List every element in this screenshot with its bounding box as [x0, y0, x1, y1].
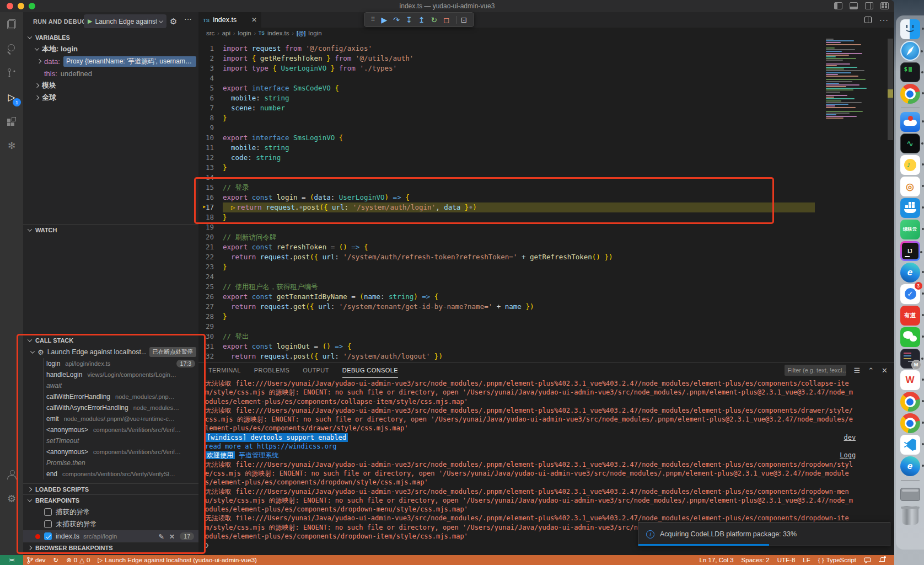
call-stack-frame[interactable]: setTimeout — [23, 435, 198, 446]
console-filter-input[interactable]: Filter (e.g. text, !excl… — [785, 365, 846, 376]
variables-row[interactable]: 全球 — [23, 92, 198, 104]
call-stack-frame[interactable]: emitnode_modules/.pnpm/@vue+runtime-c… — [23, 413, 198, 424]
remove-breakpoint-icon[interactable]: ✕ — [169, 532, 175, 541]
dock-item-marktext[interactable] — [900, 349, 920, 369]
console-source-link[interactable]: devtools:15 — [844, 433, 856, 442]
code-editor[interactable]: 1import request from '@/config/axios'2im… — [198, 39, 894, 362]
dock-item-lvlian-cloud[interactable]: 绿联云 — [900, 220, 920, 239]
toggle-panel-icon[interactable] — [850, 2, 858, 9]
line-number[interactable]: 16 — [198, 193, 223, 202]
breakpoints-header[interactable]: BREAKPOINTS — [23, 495, 198, 506]
dock-item-vscode[interactable] — [900, 435, 920, 455]
notifications-button[interactable] — [875, 555, 889, 565]
call-stack-frame[interactable]: handleLoginviews/Login/components/Login… — [23, 369, 198, 380]
code-line[interactable]: 3import type { UserLoginVO } from './typ… — [198, 63, 815, 73]
breakpoint-checkbox[interactable] — [44, 532, 52, 540]
browser-breakpoints-header[interactable]: BROWSER BREAKPOINTS — [23, 542, 198, 553]
line-number[interactable]: 19 — [198, 222, 223, 232]
close-window-button[interactable] — [7, 3, 13, 9]
line-number[interactable]: 21 — [198, 242, 223, 252]
dock-item-youdao[interactable]: 有道 — [900, 306, 920, 326]
call-stack-header[interactable]: CALL STACK — [23, 335, 198, 346]
console-source-link[interactable]: Logger.ts:70 — [840, 451, 856, 460]
screencast-button[interactable]: ⊡ — [456, 16, 468, 24]
breadcrumb-item[interactable]: login — [308, 30, 321, 36]
variables-row[interactable]: 模块 — [23, 79, 198, 92]
call-stack-frame[interactable]: callWithErrorHandlingnode_modules/.pnp… — [23, 391, 198, 402]
breakpoint-checkbox[interactable] — [44, 508, 52, 516]
code-line[interactable]: 32 return request.post({ url: '/system/a… — [198, 351, 815, 361]
problems-indicator[interactable]: ⊗0 △0 — [62, 555, 94, 565]
panel-tab-output[interactable]: OUTPUT — [303, 363, 329, 378]
editor-more-actions-icon[interactable]: ··· — [879, 15, 889, 24]
drag-handle[interactable]: ⠿ — [370, 17, 375, 23]
minimize-window-button[interactable] — [18, 3, 24, 9]
notification-toast[interactable]: i Acquiring CodeLLDB platform package: 3… — [638, 522, 890, 546]
line-number[interactable]: 32 — [198, 351, 223, 361]
step-over-button[interactable]: ↷ — [393, 16, 400, 24]
panel-tab-terminal[interactable]: TERMINAL — [208, 363, 241, 378]
line-number[interactable]: 14 — [198, 173, 223, 183]
language-indicator[interactable]: { } TypeScript — [814, 555, 860, 565]
line-number[interactable]: 23 — [198, 262, 223, 272]
code-line[interactable]: 23} — [198, 262, 815, 272]
edit-breakpoint-icon[interactable]: ✎ — [158, 532, 164, 541]
accounts-button[interactable] — [0, 462, 23, 487]
dock-item-chrome[interactable] — [900, 84, 920, 104]
variables-row[interactable]: this:undefined — [23, 67, 198, 79]
continue-button[interactable]: ▶ — [382, 16, 388, 24]
remote-indicator[interactable]: >< — [0, 555, 23, 565]
dock-item-wps[interactable]: W — [900, 370, 920, 390]
debug-session-row[interactable]: ⚙ Launch Edge against localhost... 已在断点处… — [23, 346, 198, 358]
code-line[interactable]: 16export const login = (data: UserLoginV… — [198, 193, 815, 202]
dock-item-finder[interactable] — [900, 19, 920, 39]
line-number[interactable]: 10 — [198, 133, 223, 143]
code-line[interactable]: 17➤ ▷return request.●post({ url: '/syste… — [198, 202, 815, 212]
dock-item-cloud-drive[interactable] — [900, 112, 920, 132]
code-line[interactable]: 21export const refreshToken = () => { — [198, 242, 815, 252]
line-number[interactable]: 24 — [198, 272, 223, 282]
line-number[interactable]: 28 — [198, 312, 223, 322]
code-line[interactable]: 10export interface SmsLoginVO { — [198, 133, 815, 143]
call-stack-frame[interactable]: loginapi/login/index.ts17:3 — [23, 358, 198, 369]
code-line[interactable]: 27 return request.get({ url: '/system/te… — [198, 302, 815, 312]
restart-button[interactable]: ↻ — [431, 16, 437, 24]
watch-header[interactable]: WATCH — [23, 225, 198, 236]
code-line[interactable]: 24 — [198, 272, 815, 282]
line-number[interactable]: 30 — [198, 332, 223, 342]
code-line[interactable]: 9 — [198, 123, 815, 133]
code-line[interactable]: 14 — [198, 173, 815, 183]
call-stack-frame[interactable]: Promise.then — [23, 457, 198, 468]
line-number[interactable]: 7 — [198, 103, 223, 113]
code-line[interactable]: 30// 登出 — [198, 332, 815, 342]
dock-item-ticktick[interactable]: 3 — [900, 284, 920, 304]
start-debug-icon[interactable]: ▶ — [88, 18, 92, 25]
breadcrumb-item[interactable]: src — [206, 30, 214, 36]
feedback-button[interactable] — [860, 555, 875, 565]
panel-tab-problems[interactable]: PROBLEMS — [254, 363, 289, 378]
code-line[interactable]: 18} — [198, 212, 815, 222]
cursor-position-indicator[interactable]: Ln 17, Col 3 — [696, 555, 738, 565]
twisty-icon[interactable] — [37, 59, 41, 63]
sidebar-item-explorer[interactable] — [0, 12, 23, 36]
dock-item-docker[interactable] — [900, 198, 920, 218]
stop-button[interactable]: ◻ — [443, 16, 450, 24]
close-panel-icon[interactable]: ✕ — [882, 366, 888, 375]
code-line[interactable]: 22 return request.post({ url: '/system/a… — [198, 252, 815, 262]
twisty-icon[interactable] — [35, 46, 39, 50]
line-number[interactable]: 5 — [198, 83, 223, 93]
call-stack-frame[interactable]: callWithAsyncErrorHandlingnode_modules… — [23, 402, 198, 413]
customize-layout-icon[interactable] — [880, 2, 889, 9]
breakpoint-checkbox[interactable] — [44, 520, 52, 528]
variables-row[interactable]: data:Proxy {tenantName: '芋道源码', username… — [23, 55, 198, 67]
code-line[interactable]: 5export interface SmsCodeVO { — [198, 83, 815, 93]
code-line[interactable]: 1import request from '@/config/axios' — [198, 44, 815, 54]
twisty-icon[interactable] — [35, 83, 39, 88]
breadcrumb-item[interactable]: index.ts — [267, 30, 289, 36]
clear-console-icon[interactable]: ☰ — [854, 366, 861, 375]
sidebar-more-actions-icon[interactable]: ··· — [184, 14, 192, 23]
sidebar-item-chatgpt[interactable]: ✻ — [0, 134, 23, 158]
debug-settings-gear-icon[interactable]: ⚙ — [170, 17, 177, 26]
dock-item-oscilloscope[interactable]: ∿ — [900, 134, 920, 153]
code-line[interactable]: 25// 使用租户名，获得租户编号 — [198, 282, 815, 292]
